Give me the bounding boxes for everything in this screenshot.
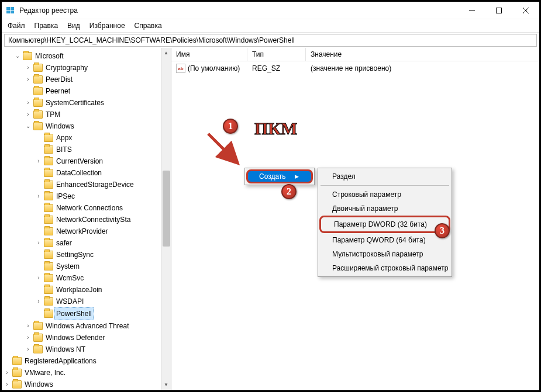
tree-item-ipsec[interactable]: ›IPSec xyxy=(35,190,171,202)
address-bar[interactable]: Компьютер\HKEY_LOCAL_MACHINE\SOFTWARE\Po… xyxy=(4,34,537,47)
list-row[interactable]: ab (По умолчанию) REG_SZ (значение не пр… xyxy=(171,61,539,75)
context-item-dword[interactable]: Параметр DWORD (32 бита) xyxy=(319,216,450,233)
chevron-right-icon[interactable]: › xyxy=(24,74,32,85)
tree-item-datacollection[interactable]: DataCollection xyxy=(35,167,171,179)
value-data: (значение не присвоено) xyxy=(306,63,539,74)
folder-icon xyxy=(44,216,53,224)
folder-icon xyxy=(44,310,53,318)
folder-icon xyxy=(33,345,43,353)
folder-icon xyxy=(44,286,53,294)
chevron-right-icon[interactable]: › xyxy=(35,272,43,284)
chevron-right-icon[interactable]: › xyxy=(3,367,11,379)
string-value-icon: ab xyxy=(176,64,185,73)
menu-view[interactable]: Вид xyxy=(67,22,80,30)
chevron-right-icon[interactable]: › xyxy=(35,237,43,249)
tree-item-cryptography[interactable]: ›Cryptography xyxy=(24,62,171,74)
tree-item-system[interactable]: System xyxy=(35,261,171,272)
folder-icon xyxy=(44,134,53,142)
column-header-value[interactable]: Значение xyxy=(306,48,539,61)
column-header-type[interactable]: Тип xyxy=(247,48,306,61)
svg-rect-2 xyxy=(6,11,10,13)
chevron-right-icon[interactable]: › xyxy=(35,190,43,202)
tree-item-windows-defender[interactable]: ›Windows Defender xyxy=(24,332,171,344)
tree-item-network-connections[interactable]: Network Connections xyxy=(35,202,171,214)
tree-item-bits[interactable]: BITS xyxy=(35,144,171,155)
tree-item-systemcertificates[interactable]: ›SystemCertificates xyxy=(24,97,171,109)
tree-item-wcmsvc[interactable]: ›WcmSvc xyxy=(35,272,171,284)
folder-icon xyxy=(33,87,43,95)
tree-item-vmware[interactable]: ›VMware, Inc. xyxy=(3,367,171,379)
tree-item-windows-2[interactable]: ›Windows xyxy=(3,379,171,390)
tree-item-registeredapplications[interactable]: RegisteredApplications xyxy=(3,355,171,367)
chevron-right-icon[interactable]: › xyxy=(24,97,32,109)
tree-item-enhancedstorage[interactable]: EnhancedStorageDevice xyxy=(35,179,171,190)
chevron-right-icon[interactable]: › xyxy=(24,109,32,120)
tree-item-peernet[interactable]: Peernet xyxy=(24,85,171,97)
context-item-qword[interactable]: Параметр QWORD (64 бита) xyxy=(319,233,450,247)
folder-icon xyxy=(33,122,43,130)
folder-icon xyxy=(23,52,32,60)
folder-icon xyxy=(33,322,43,330)
scroll-up-icon[interactable]: ▲ xyxy=(161,48,171,58)
tree-item-workplacejoin[interactable]: WorkplaceJoin xyxy=(35,284,171,296)
folder-icon xyxy=(44,145,53,154)
chevron-right-icon[interactable]: › xyxy=(35,155,43,167)
tree-item-windows[interactable]: ⌄Windows xyxy=(24,120,171,132)
folder-icon xyxy=(12,369,22,377)
tree-item-appx[interactable]: Appx xyxy=(35,132,171,144)
menu-file[interactable]: Файл xyxy=(8,22,25,30)
folder-icon xyxy=(44,169,53,177)
value-type: REG_SZ xyxy=(247,63,306,74)
list-header: Имя Тип Значение xyxy=(171,48,539,61)
context-item-multistring[interactable]: Мультистроковый параметр xyxy=(319,247,450,261)
scrollbar-vertical[interactable]: ▲ ▼ xyxy=(161,48,171,390)
folder-icon xyxy=(33,99,43,107)
tree-item-windows-advanced-threat[interactable]: ›Windows Advanced Threat xyxy=(24,320,171,332)
tree-item-windows-nt[interactable]: ›Windows NT xyxy=(24,344,171,355)
tree-item-microsoft[interactable]: ⌄ Microsoft xyxy=(13,50,171,62)
folder-icon xyxy=(44,262,53,270)
menu-separator xyxy=(321,185,449,186)
tree-item-currentversion[interactable]: ›CurrentVersion xyxy=(35,155,171,167)
tree-item-wsdapi[interactable]: ›WSDAPI xyxy=(35,296,171,307)
scroll-down-icon[interactable]: ▼ xyxy=(161,380,171,390)
tree-item-networkprovider[interactable]: NetworkProvider xyxy=(35,226,171,237)
scrollbar-thumb[interactable] xyxy=(163,171,170,247)
menu-favorites[interactable]: Избранное xyxy=(89,22,125,30)
tree-item-powershell[interactable]: PowerShell xyxy=(35,307,171,320)
context-item-binary[interactable]: Двоичный параметр xyxy=(319,202,450,216)
chevron-right-icon[interactable]: › xyxy=(24,62,32,74)
maximize-button[interactable] xyxy=(485,2,512,19)
tree-item-settingsync[interactable]: SettingSync xyxy=(35,249,171,261)
close-button[interactable] xyxy=(512,2,539,19)
folder-icon xyxy=(33,64,43,72)
tree-item-safer[interactable]: ›safer xyxy=(35,237,171,249)
menu-edit[interactable]: Правка xyxy=(35,22,58,30)
column-header-name[interactable]: Имя xyxy=(171,48,247,61)
context-item-create[interactable]: Создать ▶ xyxy=(246,169,313,183)
chevron-right-icon[interactable]: › xyxy=(3,379,11,390)
folder-icon xyxy=(44,192,53,200)
chevron-right-icon[interactable]: › xyxy=(24,320,32,332)
context-item-string[interactable]: Строковый параметр xyxy=(319,188,450,202)
chevron-down-icon[interactable]: ⌄ xyxy=(13,50,22,62)
tree-item-peerdist[interactable]: ›PeerDist xyxy=(24,74,171,85)
svg-rect-5 xyxy=(497,8,502,13)
chevron-right-icon[interactable]: › xyxy=(35,296,43,307)
window-title: Редактор реестра xyxy=(19,6,78,15)
tree-item-tpm[interactable]: ›TPM xyxy=(24,109,171,120)
app-icon xyxy=(6,6,16,15)
chevron-right-icon[interactable]: › xyxy=(24,332,32,344)
context-menu-primary: Создать ▶ xyxy=(244,168,315,185)
svg-rect-1 xyxy=(11,7,14,10)
context-item-expandstring[interactable]: Расширяемый строковый параметр xyxy=(319,261,450,275)
menu-help[interactable]: Справка xyxy=(135,22,162,30)
svg-rect-0 xyxy=(6,7,10,10)
tree-item-networkconnectivitystatus[interactable]: NetworkConnectivitySta xyxy=(35,214,171,226)
folder-icon xyxy=(44,227,53,235)
minimize-button[interactable] xyxy=(459,2,485,19)
context-item-key[interactable]: Раздел xyxy=(319,169,450,183)
chevron-down-icon[interactable]: ⌄ xyxy=(24,120,32,132)
folder-icon xyxy=(44,251,53,259)
chevron-right-icon[interactable]: › xyxy=(24,344,32,355)
